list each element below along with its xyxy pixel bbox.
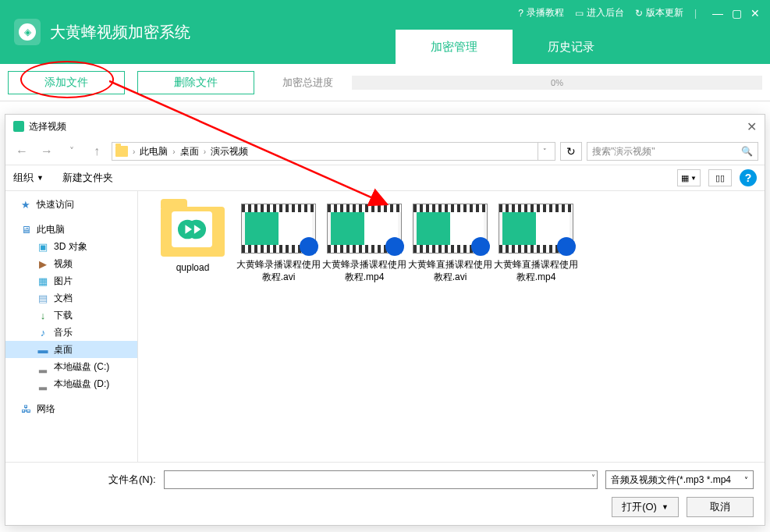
refresh-icon: ↻ [635, 8, 643, 19]
badge-icon [557, 237, 576, 256]
network-icon: 🖧 [20, 403, 32, 415]
chevron-down-icon: ▼ [662, 503, 669, 511]
nav-forward-button[interactable]: → [37, 142, 57, 161]
dialog-title: 选择视频 [29, 120, 66, 133]
separator: | [694, 8, 697, 19]
progress-bar: 0% [352, 76, 762, 90]
tab-encrypt[interactable]: 加密管理 [396, 30, 513, 64]
nav-back-button[interactable]: ← [12, 142, 32, 161]
search-icon: 🔍 [741, 146, 753, 157]
open-label: 打开(O) [622, 500, 657, 514]
header-left: ◈ 大黄蜂视频加密系统 [0, 19, 190, 45]
path-seg-desktop[interactable]: 桌面 [177, 145, 202, 158]
file-item-video[interactable]: 大黄蜂录播课程使用教程.mp4 [322, 204, 406, 283]
path-seg-folder[interactable]: 演示视频 [208, 145, 251, 158]
dialog-close-button[interactable]: ✕ [747, 119, 757, 134]
sidebar-music[interactable]: ♪音乐 [5, 324, 137, 341]
nav-recent-button[interactable]: ˅ [62, 142, 82, 161]
dialog-footer: 文件名(N): ˅ 音频及视频文件(*.mp3 *.mp4 ˅ 打开(O) ▼ … [5, 462, 765, 525]
video-thumb [499, 204, 573, 254]
new-folder-button[interactable]: 新建文件夹 [62, 171, 113, 185]
video-thumb [241, 204, 316, 254]
chevron-down-icon: ▼ [37, 174, 44, 182]
monitor-icon: ▭ [575, 8, 584, 19]
path-dropdown[interactable]: ˅ [538, 142, 552, 161]
file-item-video[interactable]: 大黄蜂直播课程使用教程.avi [408, 204, 492, 283]
sidebar-videos[interactable]: ▶视频 [5, 255, 137, 272]
progress-text: 0% [551, 78, 563, 87]
badge-icon [300, 237, 318, 256]
view-mode-button[interactable]: ▦ ▼ [677, 169, 701, 186]
sidebar-disk-c[interactable]: ▂本地磁盘 (C:) [5, 358, 137, 375]
sidebar-network[interactable]: 🖧网络 [5, 400, 137, 417]
minimize-button[interactable]: — [712, 8, 723, 19]
preview-pane-button[interactable]: ▯▯ [708, 169, 732, 186]
chevron-right-icon: › [204, 147, 206, 156]
dialog-body: ★快速访问 🖥此电脑 ▣3D 对象 ▶视频 ▦图片 ▤文档 ↓下载 ♪音乐 ▬桌… [5, 191, 765, 462]
desktop-icon: ▬ [37, 343, 49, 356]
new-folder-label: 新建文件夹 [62, 171, 113, 185]
file-label: 大黄蜂录播课程使用教程.avi [236, 258, 321, 283]
sidebar-this-pc[interactable]: 🖥此电脑 [5, 221, 137, 238]
file-item-video[interactable]: 大黄蜂直播课程使用教程.mp4 [494, 204, 578, 283]
nav-refresh-button[interactable]: ↻ [560, 142, 582, 161]
add-file-button[interactable]: 添加文件 [8, 71, 125, 94]
progress-label: 加密总进度 [282, 76, 333, 90]
delete-file-button[interactable]: 删除文件 [137, 71, 254, 94]
dialog-icon [13, 121, 24, 132]
close-button[interactable]: ✕ [750, 8, 761, 19]
maximize-button[interactable]: ▢ [731, 8, 742, 19]
filename-label: 文件名(N): [108, 473, 156, 487]
main-toolbar: 添加文件 删除文件 加密总进度 0% [0, 64, 770, 101]
folder-icon [115, 146, 128, 157]
organize-menu[interactable]: 组织 ▼ [13, 171, 44, 185]
file-label: 大黄蜂录播课程使用教程.mp4 [322, 258, 406, 283]
folder-thumb [161, 207, 225, 257]
tab-history[interactable]: 历史记录 [513, 30, 630, 64]
badge-icon [471, 237, 490, 256]
filter-label: 音频及视频文件(*.mp3 *.mp4 [611, 473, 731, 487]
header-top-right: ? 录播教程 ▭ 进入后台 ↻ 版本更新 | — ▢ ✕ [518, 6, 761, 20]
link-tutorial[interactable]: ? 录播教程 [518, 6, 564, 20]
star-icon: ★ [20, 198, 32, 211]
help-icon: ? [518, 8, 523, 19]
search-placeholder: 搜索"演示视频" [592, 145, 741, 158]
link-version-label: 版本更新 [646, 6, 683, 20]
sidebar-pictures[interactable]: ▦图片 [5, 272, 137, 289]
search-input[interactable]: 搜索"演示视频" 🔍 [587, 142, 758, 161]
file-item-video[interactable]: 大黄蜂录播课程使用教程.avi [236, 204, 321, 283]
file-item-folder[interactable]: qupload [151, 204, 235, 283]
dialog-help-button[interactable]: ? [740, 169, 757, 186]
disk-icon: ▂ [37, 360, 49, 373]
cancel-button[interactable]: 取消 [687, 497, 754, 517]
filename-input[interactable]: ˅ [164, 470, 598, 489]
video-thumb [327, 204, 402, 254]
organize-label: 组织 [13, 171, 34, 185]
link-version[interactable]: ↻ 版本更新 [635, 6, 683, 20]
path-bar[interactable]: › 此电脑 › 桌面 › 演示视频 ˅ [112, 142, 555, 161]
chevron-down-icon: ˅ [744, 476, 748, 484]
open-button[interactable]: 打开(O) ▼ [612, 497, 679, 517]
file-label: 大黄蜂直播课程使用教程.mp4 [494, 258, 578, 283]
logo-icon: ◈ [19, 23, 36, 41]
sidebar-desktop[interactable]: ▬桌面 [5, 341, 137, 358]
disk-icon: ▂ [37, 378, 49, 390]
nav-up-button[interactable]: ↑ [87, 142, 107, 161]
sidebar-quick-access[interactable]: ★快速访问 [5, 196, 137, 213]
sidebar-3d-objects[interactable]: ▣3D 对象 [5, 238, 137, 255]
sidebar-disk-d[interactable]: ▂本地磁盘 (D:) [5, 375, 137, 392]
chevron-down-icon: ˅ [591, 473, 595, 482]
chevron-right-icon: › [172, 147, 175, 156]
file-list: qupload 大黄蜂录播课程使用教程.avi 大黄蜂录播课程使用教程.mp4 … [138, 191, 765, 462]
sidebar-documents[interactable]: ▤文档 [5, 289, 137, 307]
link-backend[interactable]: ▭ 进入后台 [575, 6, 624, 20]
link-tutorial-label: 录播教程 [527, 6, 564, 20]
dialog-toolbar: 组织 ▼ 新建文件夹 ▦ ▼ ▯▯ ? [5, 165, 765, 191]
video-thumb [413, 204, 488, 254]
app-title: 大黄蜂视频加密系统 [50, 22, 190, 43]
filetype-filter[interactable]: 音频及视频文件(*.mp3 *.mp4 ˅ [605, 470, 754, 489]
pc-icon: 🖥 [20, 223, 32, 236]
sidebar-downloads[interactable]: ↓下载 [5, 307, 137, 324]
chevron-right-icon: › [133, 147, 135, 156]
path-root[interactable]: 此电脑 [137, 145, 171, 158]
